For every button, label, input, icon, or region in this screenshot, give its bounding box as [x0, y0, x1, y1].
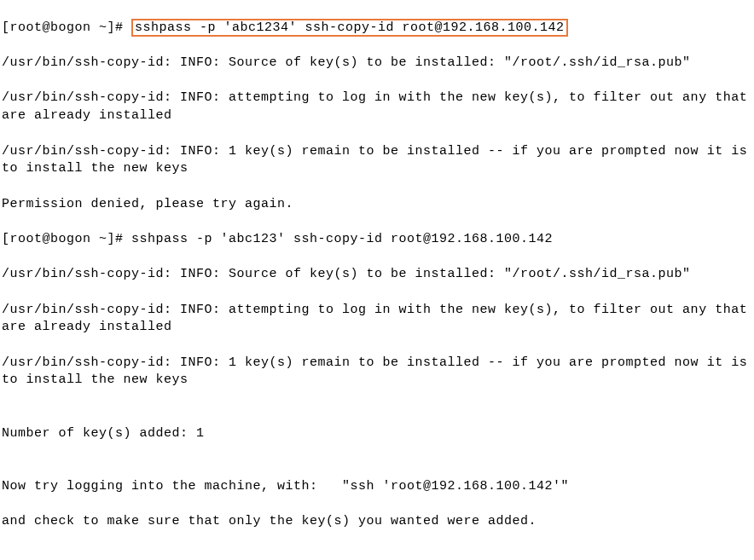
- command-line-2: [root@bogon ~]# sshpass -p 'abc123' ssh-…: [2, 231, 752, 249]
- shell-prompt: [root@bogon ~]#: [2, 232, 131, 246]
- output-line: and check to make sure that only the key…: [2, 513, 752, 531]
- blank-line: [2, 548, 752, 560]
- command-text: sshpass -p 'abc123' ssh-copy-id root@192…: [131, 232, 553, 246]
- output-line: Now try logging into the machine, with: …: [2, 478, 752, 496]
- highlighted-command-1: sshpass -p 'abc1234' ssh-copy-id root@19…: [131, 19, 568, 37]
- output-line: /usr/bin/ssh-copy-id: INFO: attempting t…: [2, 89, 752, 124]
- output-line: /usr/bin/ssh-copy-id: INFO: attempting t…: [2, 302, 752, 337]
- terminal-output: [root@bogon ~]# sshpass -p 'abc1234' ssh…: [2, 2, 752, 560]
- output-line: /usr/bin/ssh-copy-id: INFO: Source of ke…: [2, 266, 752, 284]
- command-line-1: [root@bogon ~]# sshpass -p 'abc1234' ssh…: [2, 20, 752, 38]
- output-line: Number of key(s) added: 1: [2, 425, 752, 443]
- output-line: /usr/bin/ssh-copy-id: INFO: 1 key(s) rem…: [2, 143, 752, 178]
- output-line: Permission denied, please try again.: [2, 196, 752, 214]
- output-line: /usr/bin/ssh-copy-id: INFO: Source of ke…: [2, 55, 752, 72]
- shell-prompt: [root@bogon ~]#: [2, 20, 131, 35]
- output-line: /usr/bin/ssh-copy-id: INFO: 1 key(s) rem…: [2, 355, 752, 390]
